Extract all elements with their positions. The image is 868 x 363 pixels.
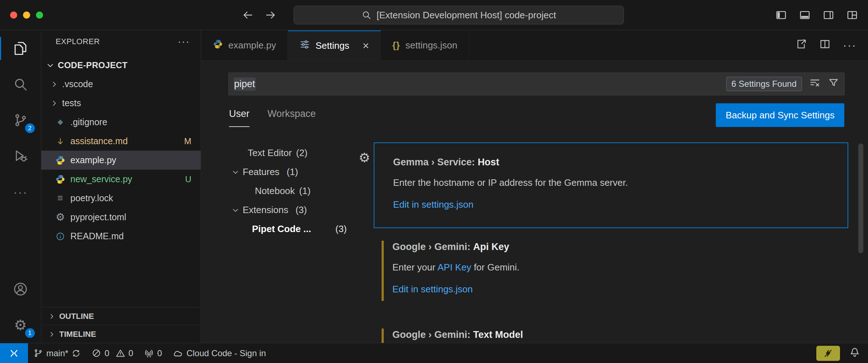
filter-settings-icon[interactable]	[828, 77, 839, 91]
markdown-file-icon	[55, 137, 66, 146]
close-window-button[interactable]	[10, 11, 17, 19]
chevron-down-icon	[231, 206, 240, 214]
activity-bar: 2 ··· ⚙ 1	[0, 30, 41, 343]
status-bar: main* 0 0 0 Cloud Code - Sign in	[0, 343, 868, 363]
toml-gear-icon: ⚙	[55, 212, 66, 222]
settings-gear-badge: 1	[25, 328, 35, 338]
ports-status[interactable]: 0	[139, 343, 167, 363]
tree-item-new-service-py[interactable]: new_service.py U	[41, 170, 201, 189]
explorer-sidebar: EXPLORER ··· CODE-PROJECT .vscode tests …	[41, 30, 201, 343]
cloud-icon	[173, 348, 183, 358]
chevron-down-icon	[231, 168, 240, 176]
explorer-header: EXPLORER ···	[41, 30, 201, 53]
edit-in-settings-json-link[interactable]: Edit in settings.json	[392, 284, 834, 295]
notifications-bell-icon[interactable]	[849, 347, 860, 360]
toggle-panel-icon[interactable]	[798, 9, 811, 22]
timeline-section[interactable]: TIMELINE	[41, 325, 201, 343]
backup-sync-settings-button[interactable]: Backup and Sync Settings	[716, 103, 844, 127]
close-tab-icon[interactable]: ×	[363, 40, 369, 51]
source-control-view-icon[interactable]: 2	[0, 102, 41, 138]
tree-item-assistance-md[interactable]: assistance.md M	[41, 132, 201, 151]
forward-button[interactable]	[264, 9, 277, 22]
settings-found-badge: 6 Settings Found	[726, 77, 802, 91]
tree-root-code-project[interactable]: CODE-PROJECT	[41, 56, 201, 75]
edit-in-settings-json-link[interactable]: Edit in settings.json	[393, 199, 833, 210]
chevron-right-icon	[50, 99, 59, 108]
open-settings-json-icon[interactable]	[795, 38, 807, 52]
accounts-icon[interactable]	[0, 271, 41, 307]
tab-settings[interactable]: Settings ×	[288, 30, 381, 60]
setting-title: Google › Gemini: Api Key	[392, 241, 834, 253]
explorer-more-actions-icon[interactable]: ···	[178, 36, 190, 47]
python-file-icon	[55, 174, 66, 184]
scope-tab-workspace[interactable]: Workspace	[267, 106, 316, 127]
toc-text-editor[interactable]: Text Editor (2)	[228, 143, 347, 162]
settings-list: Gemma › Service: Host Enter the hostname…	[374, 142, 848, 343]
explorer-view-icon[interactable]	[0, 30, 41, 66]
layout-controls	[775, 0, 859, 30]
tree-item-pyproject-toml[interactable]: ⚙ pyproject.toml	[41, 208, 201, 227]
back-button[interactable]	[241, 9, 254, 22]
lightning-off-icon[interactable]	[816, 346, 840, 361]
command-center-title: [Extension Development Host] code-projec…	[377, 10, 556, 21]
traffic-lights	[10, 0, 43, 30]
warnings-count: 0	[129, 348, 133, 358]
tree-item-gitignore[interactable]: .gitignore	[41, 113, 201, 132]
api-key-link[interactable]: API Key	[438, 262, 471, 273]
ports-count: 0	[157, 348, 162, 358]
status-right	[816, 346, 868, 361]
search-icon	[361, 10, 372, 20]
explorer-title: EXPLORER	[56, 37, 100, 46]
more-views-icon[interactable]: ···	[0, 174, 41, 210]
toggle-primary-sidebar-icon[interactable]	[775, 9, 788, 22]
tree-item-example-py[interactable]: example.py	[41, 151, 201, 170]
toc-extensions[interactable]: Extensions (3)	[228, 201, 347, 220]
toggle-secondary-sidebar-icon[interactable]	[822, 9, 835, 22]
setting-google-gemini-api-key[interactable]: Google › Gemini: Api Key Enter your API …	[374, 236, 848, 306]
tree-item-vscode[interactable]: .vscode	[41, 75, 201, 94]
tree-item-readme-md[interactable]: README.md	[41, 227, 201, 246]
chevron-right-icon	[48, 312, 56, 320]
split-editor-icon[interactable]	[819, 38, 831, 52]
zoom-window-button[interactable]	[36, 11, 43, 19]
setting-description: Enter the hostname or IP address for the…	[393, 177, 833, 188]
clear-search-results-icon[interactable]	[809, 77, 821, 91]
json-braces-icon: {}	[392, 40, 400, 51]
run-debug-view-icon[interactable]	[0, 138, 41, 174]
settings-scope-tabs: User Workspace	[229, 106, 316, 127]
scope-tab-user[interactable]: User	[229, 106, 249, 127]
python-file-icon	[55, 155, 66, 165]
setting-google-gemini-text-model[interactable]: Google › Gemini: Text Model	[374, 324, 848, 343]
tree-item-tests[interactable]: tests	[41, 94, 201, 113]
search-text: pipet	[234, 77, 256, 91]
search-controls: 6 Settings Found	[726, 77, 839, 91]
setting-gemma-service-host[interactable]: Gemma › Service: Host Enter the hostname…	[374, 142, 848, 228]
cloud-code-label: Cloud Code - Sign in	[186, 348, 266, 358]
toc-features[interactable]: Features (1)	[228, 162, 347, 182]
settings-gear-icon[interactable]: ⚙ 1	[0, 307, 41, 343]
toc-notebook[interactable]: Notebook (1)	[228, 182, 347, 201]
minimize-window-button[interactable]	[23, 11, 30, 19]
remote-indicator[interactable]	[0, 343, 28, 363]
settings-sliders-icon	[299, 39, 310, 52]
tab-example-py[interactable]: example.py	[201, 30, 288, 60]
command-center[interactable]: [Extension Development Host] code-projec…	[294, 6, 624, 24]
radio-tower-icon	[144, 348, 154, 358]
lock-file-icon: ≡	[55, 193, 66, 203]
info-file-icon	[55, 232, 66, 241]
settings-search-input[interactable]: pipet 6 Settings Found	[228, 72, 845, 95]
settings-scrollbar[interactable]	[858, 143, 863, 253]
search-view-icon[interactable]	[0, 66, 41, 102]
tab-settings-json[interactable]: {} settings.json	[381, 30, 469, 60]
toc-pipet-code[interactable]: Pipet Code ... (3)	[228, 220, 347, 239]
cloud-code-status[interactable]: Cloud Code - Sign in	[167, 343, 271, 363]
customize-layout-icon[interactable]	[846, 9, 859, 22]
tree-item-poetry-lock[interactable]: ≡ poetry.lock	[41, 189, 201, 208]
more-actions-icon[interactable]: ···	[843, 39, 857, 52]
git-file-icon	[55, 118, 66, 127]
git-status-badge: U	[185, 174, 191, 184]
outline-section[interactable]: OUTLINE	[41, 307, 201, 325]
git-branch-status[interactable]: main*	[28, 343, 86, 363]
problems-status[interactable]: 0 0	[86, 343, 139, 363]
setting-row-gear-icon[interactable]: ⚙	[359, 151, 370, 164]
